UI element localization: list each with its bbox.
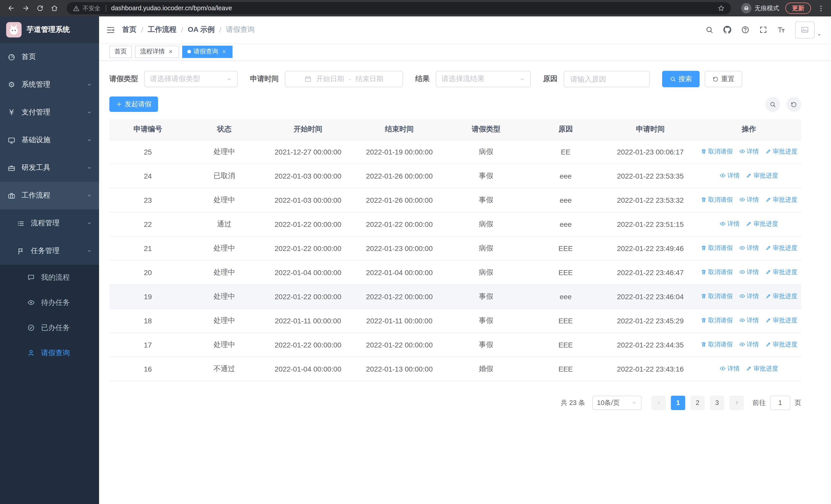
calendar-icon — [305, 76, 312, 83]
app-logo[interactable]: 芋道管理系统 — [0, 17, 99, 43]
row-action-link[interactable]: 审批进度 — [765, 244, 797, 253]
apply-time-range-picker[interactable]: 开始日期 - 结束日期 — [285, 71, 403, 87]
table-row[interactable]: 23 处理中 2022-01-03 00:00:00 2022-01-26 00… — [109, 188, 801, 212]
tab[interactable]: 流程详情 — [135, 46, 179, 58]
cell-apply-time: 2022-01-22 23:43:16 — [604, 357, 696, 381]
sidebar-item[interactable]: ⚙ 系统管理 — [0, 71, 99, 98]
row-action-link[interactable]: 详情 — [739, 268, 759, 277]
browser-menu-icon[interactable] — [817, 4, 825, 12]
close-tab-icon[interactable] — [221, 48, 227, 55]
breadcrumb-item[interactable]: OA 示例 / — [188, 25, 226, 34]
cell-apply-time: 2022-01-22 23:46:47 — [604, 260, 696, 284]
collapse-sidebar-icon[interactable] — [106, 25, 115, 34]
page-number-button[interactable]: 3 — [710, 395, 724, 410]
row-action-link[interactable]: 详情 — [720, 171, 740, 180]
create-leave-button[interactable]: 发起请假 — [109, 96, 158, 112]
row-action-link[interactable]: 审批进度 — [746, 220, 778, 228]
search-icon[interactable] — [705, 26, 713, 34]
row-action-link[interactable]: 取消请假 — [700, 340, 733, 349]
row-action-link[interactable]: 取消请假 — [700, 292, 733, 301]
sidebar-item[interactable]: 基础设施 — [0, 126, 99, 154]
sidebar-item[interactable]: ¥ 支付管理 — [0, 98, 99, 126]
sidebar-item[interactable]: 请假查询 — [0, 340, 99, 365]
table-row[interactable]: 22 通过 2022-01-22 00:00:00 2022-01-22 00:… — [109, 212, 801, 236]
table-row[interactable]: 20 处理中 2022-01-04 00:00:00 2022-01-04 00… — [109, 260, 801, 284]
user-menu[interactable] — [795, 21, 822, 38]
reason-input[interactable] — [564, 71, 650, 87]
browser-home-icon[interactable] — [48, 2, 61, 14]
sidebar-item[interactable]: 工作流程 — [0, 182, 99, 209]
row-action-link[interactable]: 详情 — [739, 196, 759, 204]
row-action-link[interactable]: 审批进度 — [765, 316, 797, 325]
github-icon[interactable] — [723, 26, 732, 34]
sidebar-item[interactable]: 首页 — [0, 43, 99, 71]
row-action-link[interactable]: 审批进度 — [746, 364, 778, 373]
avatar[interactable] — [795, 21, 814, 38]
table-row[interactable]: 18 处理中 2022-01-11 00:00:00 2022-01-11 00… — [109, 308, 801, 333]
search-button[interactable]: 搜索 — [662, 71, 699, 87]
fullscreen-icon[interactable] — [759, 26, 767, 34]
leave-table: 申请编号状态开始时间结束时间请假类型原因申请时间操作 25 处理中 2021-1… — [109, 119, 801, 381]
browser-update-button[interactable]: 更新 — [785, 3, 811, 14]
column-header: 原因 — [527, 119, 604, 140]
browser-back-icon[interactable] — [5, 2, 18, 14]
breadcrumb-item[interactable]: 工作流程 / — [148, 25, 188, 34]
row-action-link[interactable]: 取消请假 — [700, 244, 733, 253]
goto-page-input[interactable] — [770, 395, 791, 410]
not-secure-warning-icon[interactable] — [73, 5, 80, 11]
row-action-link[interactable]: 详情 — [739, 316, 759, 325]
table-row[interactable]: 25 处理中 2021-12-27 00:00:00 2022-01-19 00… — [109, 140, 801, 164]
row-action-link[interactable]: 详情 — [739, 292, 759, 301]
row-action-link[interactable]: 详情 — [720, 220, 740, 228]
breadcrumb-item[interactable]: 首页 / — [122, 25, 148, 34]
sidebar-item[interactable]: 研发工具 — [0, 154, 99, 182]
row-action-link[interactable]: 审批进度 — [765, 196, 797, 204]
browser-forward-icon[interactable] — [20, 2, 32, 14]
page-number-button[interactable]: 2 — [690, 395, 705, 410]
bookmark-star-icon[interactable] — [718, 5, 725, 12]
tab[interactable]: 请假查询 — [182, 46, 232, 58]
sidebar-item[interactable]: 待办任务 — [0, 290, 99, 315]
prev-page-button[interactable] — [651, 395, 666, 410]
table-row[interactable]: 16 不通过 2022-01-04 00:00:00 2022-01-13 00… — [109, 357, 801, 381]
row-action-link[interactable]: 审批进度 — [765, 268, 797, 277]
chevron-down-icon — [226, 76, 232, 82]
result-select[interactable]: 请选择流结果 — [436, 71, 531, 87]
leave-type-select[interactable]: 请选择请假类型 — [144, 71, 238, 87]
table-row[interactable]: 21 处理中 2022-01-22 00:00:00 2022-01-23 00… — [109, 236, 801, 260]
font-size-icon[interactable] — [777, 26, 785, 34]
refresh-table-button[interactable] — [786, 97, 801, 112]
toggle-search-button[interactable] — [765, 97, 780, 112]
row-action-label: 取消请假 — [708, 316, 733, 325]
reset-button[interactable]: 重置 — [705, 71, 742, 87]
row-action-link[interactable]: 审批进度 — [765, 292, 797, 301]
row-action-link[interactable]: 详情 — [739, 147, 759, 156]
breadcrumb-item[interactable]: 请假查询 / — [226, 25, 255, 34]
table-row[interactable]: 17 处理中 2022-01-22 00:00:00 2022-01-22 00… — [109, 333, 801, 357]
row-action-link[interactable]: 取消请假 — [700, 268, 733, 277]
next-page-button[interactable] — [729, 395, 744, 410]
row-action-link[interactable]: 详情 — [739, 244, 759, 253]
browser-reload-icon[interactable] — [34, 2, 46, 14]
row-action-link[interactable]: 取消请假 — [700, 147, 733, 156]
sidebar-item[interactable]: 已办任务 — [0, 315, 99, 340]
row-action-link[interactable]: 详情 — [739, 340, 759, 349]
row-action-link[interactable]: 详情 — [720, 364, 740, 373]
help-icon[interactable] — [741, 26, 749, 34]
row-action-link[interactable]: 审批进度 — [765, 147, 797, 156]
row-action-link[interactable]: 取消请假 — [700, 316, 733, 325]
chevron-down-icon — [87, 138, 92, 143]
row-action-link[interactable]: 取消请假 — [700, 196, 733, 204]
row-action-link[interactable]: 审批进度 — [746, 171, 778, 180]
page-number-button[interactable]: 1 — [671, 395, 685, 410]
address-bar[interactable]: 不安全 dashboard.yudao.iocoder.cn/bpm/oa/le… — [67, 2, 731, 14]
close-tab-icon[interactable] — [167, 48, 174, 55]
sidebar-item[interactable]: 流程管理 — [0, 209, 99, 237]
table-row[interactable]: 24 已取消 2022-01-03 00:00:00 2022-01-26 00… — [109, 164, 801, 188]
page-size-select[interactable]: 10条/页 — [592, 395, 641, 410]
sidebar-item[interactable]: 任务管理 — [0, 237, 99, 265]
row-action-link[interactable]: 审批进度 — [765, 340, 797, 349]
tab[interactable]: 首页 — [109, 46, 132, 58]
table-row[interactable]: 19 处理中 2022-01-22 00:00:00 2022-01-22 00… — [109, 284, 801, 308]
sidebar-item[interactable]: 我的流程 — [0, 265, 99, 290]
